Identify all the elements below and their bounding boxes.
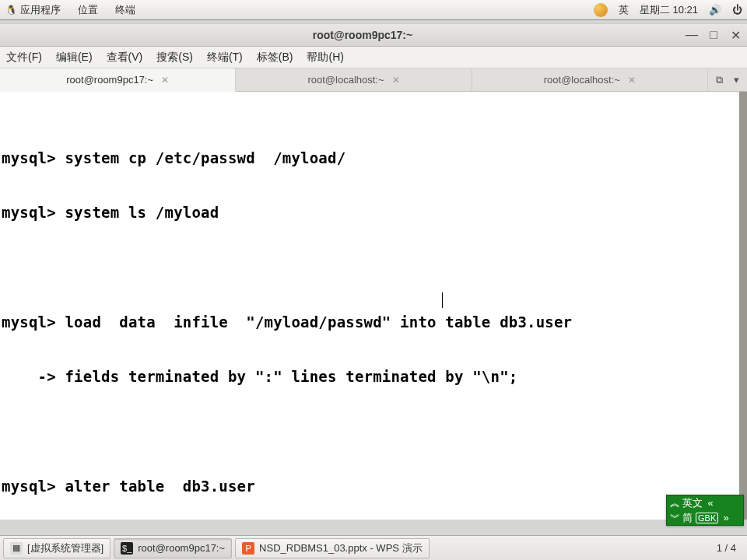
workspace-indicator[interactable]: 1 / 4 xyxy=(709,542,744,554)
terminal-line xyxy=(2,422,745,440)
tab-1[interactable]: root@room9pc17:~ ✕ xyxy=(0,68,236,92)
taskbar-wps-label: NSD_RDBMS1_03.pptx - WPS 演示 xyxy=(259,541,423,555)
menu-tabs[interactable]: 标签(B) xyxy=(257,51,293,65)
terminal-line: mysql> alter table db3.user xyxy=(2,478,745,495)
tab-3[interactable]: root@localhost:~ ✕ xyxy=(472,68,708,91)
taskbar-terminal-label: root@room9pc17:~ xyxy=(138,542,225,554)
input-method-indicator[interactable]: 英 xyxy=(619,3,629,17)
terminal-content[interactable]: mysql> system cp /etc/passwd /myload/ my… xyxy=(0,92,747,520)
tab-2-close-icon[interactable]: ✕ xyxy=(392,75,400,86)
system-logo-icon: 🐧 xyxy=(5,4,17,16)
power-icon[interactable]: ⏻ xyxy=(732,4,742,16)
terminal-line xyxy=(2,259,745,277)
terminal-line: mysql> system ls /myload xyxy=(2,204,745,222)
terminal-icon: $_ xyxy=(121,542,133,555)
ime-mode-label: 英文 xyxy=(682,496,703,510)
text-caret-icon xyxy=(442,292,443,308)
terminal-line: mysql> load data infile "/myload/passwd"… xyxy=(2,313,745,331)
terminal-menubar: 文件(F) 编辑(E) 查看(V) 搜索(S) 终端(T) 标签(B) 帮助(H… xyxy=(0,47,747,68)
ime-encoding-label: GBK xyxy=(696,513,718,523)
ime-charset-label: 简 xyxy=(682,511,693,525)
terminal-line: -> fields terminated by ":" lines termin… xyxy=(2,368,745,386)
minimize-button[interactable]: — xyxy=(686,30,697,40)
ime-up-icon[interactable]: ︽ xyxy=(670,496,679,510)
taskbar-terminal[interactable]: $_ root@room9pc17:~ xyxy=(114,538,232,558)
wps-icon: P xyxy=(242,542,254,555)
tab-3-label: root@localhost:~ xyxy=(544,74,620,86)
tab-1-close-icon[interactable]: ✕ xyxy=(161,75,169,86)
tabs-menu-icon[interactable]: ▾ xyxy=(734,74,739,86)
window-titlebar[interactable]: root@room9pc17:~ — □ ✕ xyxy=(0,23,747,47)
menu-terminal-dropdown[interactable]: 终端(T) xyxy=(207,51,243,65)
menu-edit[interactable]: 编辑(E) xyxy=(56,51,93,65)
menu-view[interactable]: 查看(V) xyxy=(107,51,143,65)
menu-search[interactable]: 搜索(S) xyxy=(156,51,193,65)
terminal-window: root@room9pc17:~ — □ ✕ 文件(F) 编辑(E) 查看(V)… xyxy=(0,23,747,520)
menu-file[interactable]: 文件(F) xyxy=(6,51,42,65)
clock[interactable]: 星期二 10:21 xyxy=(640,3,698,17)
maximize-button[interactable]: □ xyxy=(708,30,719,40)
system-top-panel: 🐧 应用程序 位置 终端 英 星期二 10:21 🔊 ⏻ xyxy=(0,0,747,20)
window-title: root@room9pc17:~ xyxy=(39,29,686,41)
ime-down-icon[interactable]: ︾ xyxy=(670,511,679,525)
taskbar-vm-label: [虚拟系统管理器] xyxy=(27,541,103,555)
menu-locations[interactable]: 位置 xyxy=(78,3,98,17)
menu-help[interactable]: 帮助(H) xyxy=(307,51,343,65)
taskbar-wps[interactable]: P NSD_RDBMS1_03.pptx - WPS 演示 xyxy=(235,538,430,558)
tab-3-close-icon[interactable]: ✕ xyxy=(628,75,636,86)
bottom-taskbar: ▦ [虚拟系统管理器] $_ root@room9pc17:~ P NSD_RD… xyxy=(0,535,747,560)
vm-icon: ▦ xyxy=(10,542,23,555)
new-tab-icon[interactable]: ⧉ xyxy=(716,74,723,86)
tab-1-label: root@room9pc17:~ xyxy=(66,74,153,86)
ime-right-icon[interactable]: » xyxy=(721,512,731,523)
close-button[interactable]: ✕ xyxy=(730,30,741,40)
terminal-tabbar: root@room9pc17:~ ✕ root@localhost:~ ✕ ro… xyxy=(0,68,747,92)
terminal-line: mysql> system cp /etc/passwd /myload/ xyxy=(2,149,745,167)
menu-terminal[interactable]: 终端 xyxy=(115,3,135,17)
volume-icon[interactable]: 🔊 xyxy=(709,4,721,16)
menu-applications[interactable]: 应用程序 xyxy=(20,3,61,17)
tab-2-label: root@localhost:~ xyxy=(307,74,384,86)
notification-icon[interactable] xyxy=(594,3,608,17)
ime-left-icon[interactable]: « xyxy=(706,497,715,509)
terminal-scrollbar[interactable] xyxy=(739,92,747,520)
taskbar-vm-manager[interactable]: ▦ [虚拟系统管理器] xyxy=(3,538,110,558)
tab-2[interactable]: root@localhost:~ ✕ xyxy=(236,68,472,91)
ime-panel[interactable]: ︽ 英文 « ︾ 简 GBK » xyxy=(666,495,744,526)
